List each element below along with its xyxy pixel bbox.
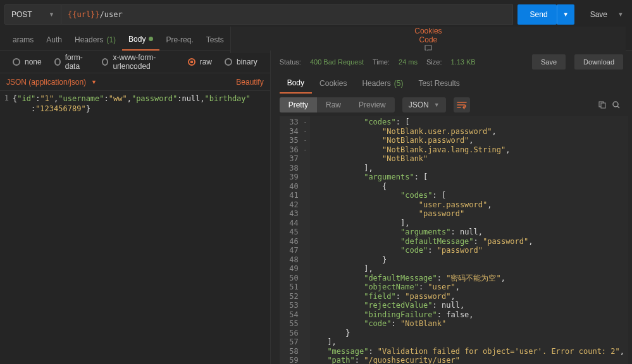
svg-rect-1 <box>601 103 605 108</box>
http-method-select[interactable]: POST ▼ <box>4 4 61 25</box>
body-type-select[interactable]: JSON (application/json)▼ <box>6 78 97 87</box>
chevron-down-icon: ▼ <box>618 11 624 18</box>
headers-count: (1) <box>106 35 116 44</box>
resp-tab-testresults[interactable]: Test Results <box>411 73 467 94</box>
svg-point-2 <box>613 102 618 107</box>
radio-icon <box>188 58 195 66</box>
view-raw[interactable]: Raw <box>317 97 350 112</box>
response-gutter: 33 34 35 36 37 38 39 40 41 42 43 44 45 4… <box>280 116 304 364</box>
status-value: 400 Bad Request <box>310 58 364 66</box>
chevron-down-icon: ▼ <box>563 11 569 18</box>
save-dropdown-button[interactable]: ▼ <box>614 4 628 25</box>
response-body-code: "codes": [ "NotBlank.user.password", "No… <box>310 116 628 364</box>
http-method-value: POST <box>11 10 32 19</box>
copy-icon[interactable] <box>595 98 609 112</box>
wrap-lines-button[interactable] <box>454 97 470 112</box>
url-input[interactable]: {{url}}/user <box>61 4 513 25</box>
resp-type-select[interactable]: JSON▼ <box>402 97 446 112</box>
radio-raw[interactable]: raw <box>182 58 218 66</box>
status-label: Status: <box>280 58 301 66</box>
search-icon[interactable] <box>609 98 623 112</box>
code-link[interactable]: Code <box>413 35 444 44</box>
url-variable: {{url}} <box>68 10 100 19</box>
send-dropdown-button[interactable]: ▼ <box>557 4 574 25</box>
radio-none[interactable]: none <box>6 58 48 66</box>
beautify-link[interactable]: Beautify <box>236 78 263 87</box>
url-path: /user <box>100 10 123 19</box>
save-button[interactable]: Save <box>579 4 614 25</box>
time-value: 24 ms <box>399 58 418 66</box>
tab-auth[interactable]: Auth <box>40 29 68 51</box>
radio-form-data[interactable]: form-data <box>48 53 96 71</box>
chevron-down-icon: ▼ <box>434 102 440 108</box>
radio-xwww[interactable]: x-www-form-urlencoded <box>96 53 181 71</box>
cookies-link[interactable]: Cookies <box>408 27 448 35</box>
tab-prereq[interactable]: Pre-req. <box>159 29 199 51</box>
request-body-code: {"id":"1","username":"ww","password":nul… <box>13 94 270 364</box>
modified-dot-icon <box>149 37 153 41</box>
resp-tab-body[interactable]: Body <box>280 73 312 94</box>
view-mode-group: Pretty Raw Preview <box>280 97 395 112</box>
time-label: Time: <box>373 58 390 66</box>
send-button[interactable]: Send <box>517 4 557 25</box>
download-response-button[interactable]: Download <box>574 54 623 70</box>
response-fold-column: - - - - <box>304 116 310 364</box>
radio-binary[interactable]: binary <box>218 58 264 66</box>
size-value: 1.13 KB <box>450 58 475 66</box>
tab-params[interactable]: arams <box>6 29 40 51</box>
resp-tab-headers[interactable]: Headers(5) <box>354 73 411 94</box>
tab-tests[interactable]: Tests <box>200 29 230 51</box>
radio-icon <box>102 58 108 66</box>
tab-body[interactable]: Body <box>122 29 159 51</box>
tab-headers[interactable]: Headers(1) <box>68 29 122 51</box>
radio-icon <box>225 58 232 66</box>
request-body-editor[interactable]: 1 {"id":"1","username":"ww","password":n… <box>0 91 270 364</box>
view-preview[interactable]: Preview <box>350 97 395 112</box>
resp-tab-cookies[interactable]: Cookies <box>312 73 354 94</box>
save-response-button[interactable]: Save <box>532 54 566 70</box>
view-pretty[interactable]: Pretty <box>280 97 317 112</box>
line-number: 1 <box>4 94 9 102</box>
radio-icon <box>13 58 20 66</box>
response-body-viewer[interactable]: 33 34 35 36 37 38 39 40 41 42 43 44 45 4… <box>280 116 628 364</box>
size-label: Size: <box>426 58 442 66</box>
radio-icon <box>54 58 61 66</box>
chevron-down-icon: ▼ <box>91 79 97 85</box>
resp-headers-count: (5) <box>394 79 404 88</box>
chevron-down-icon: ▼ <box>49 11 54 18</box>
